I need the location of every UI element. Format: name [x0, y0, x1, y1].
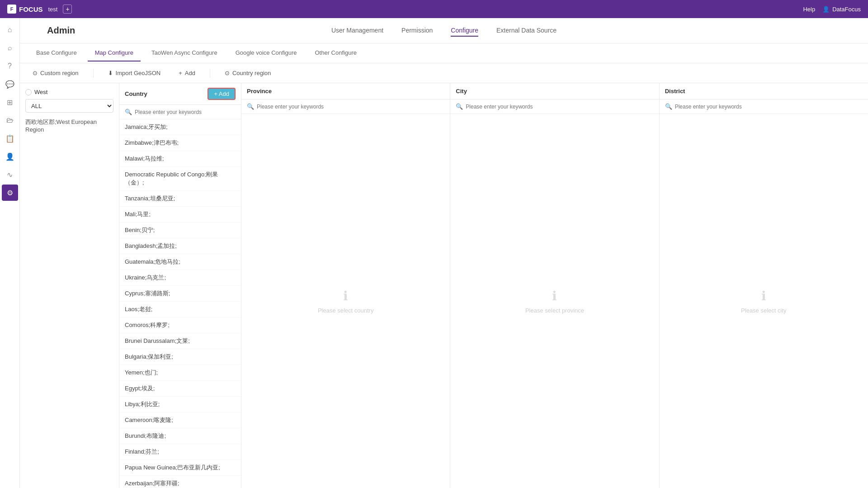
sidebar-settings-icon[interactable]: ⚙ [2, 185, 18, 201]
district-empty-text: Please select city [741, 307, 786, 314]
import-icon: ⬇ [108, 70, 113, 76]
city-empty-icon: ℹ [552, 289, 557, 303]
import-label: Import GeoJSON [116, 70, 161, 76]
nav-permission[interactable]: Permission [401, 25, 433, 37]
tab-google-voice[interactable]: Google voice Configure [228, 45, 304, 62]
list-item[interactable]: Brunei Darussalam;文莱; [119, 333, 241, 349]
sidebar-help-icon[interactable]: ? [2, 58, 18, 74]
sidebar-search-icon[interactable]: ⌕ [2, 40, 18, 56]
sidebar-chat-icon[interactable]: 💬 [2, 76, 18, 92]
custom-region-icon: ⊙ [33, 70, 38, 76]
list-item[interactable]: Yemen;也门; [119, 365, 241, 381]
user-label: DataFocus [832, 6, 861, 13]
list-item[interactable]: Tanzania;坦桑尼亚; [119, 191, 241, 207]
list-item[interactable]: Zimbabwe;津巴布韦; [119, 135, 241, 151]
country-panel-header: Country + Add [119, 83, 241, 105]
province-panel-header: Province [241, 83, 450, 99]
district-title: District [665, 88, 685, 95]
tab-base-configure[interactable]: Base Configure [29, 45, 84, 62]
list-item[interactable]: Cyprus;塞浦路斯; [119, 286, 241, 302]
user-menu[interactable]: 👤 DataFocus [822, 6, 861, 13]
district-search-input[interactable] [675, 104, 863, 110]
add-icon-header: + [179, 70, 182, 76]
country-region-icon: ⊙ [225, 70, 230, 76]
add-label-header: Add [185, 70, 195, 76]
west-radio-row: West [25, 89, 113, 95]
district-search-icon: 🔍 [665, 103, 672, 110]
sidebar-home-icon[interactable]: ⌂ [2, 22, 18, 38]
top-nav: F FOCUS test + Help 👤 DataFocus [0, 0, 868, 18]
district-panel: District 🔍 ℹ Please select city [660, 83, 868, 488]
list-item[interactable]: Jamaica;牙买加; [119, 119, 241, 135]
list-item[interactable]: Cameroon;喀麦隆; [119, 412, 241, 428]
list-item[interactable]: Laos;老挝; [119, 302, 241, 317]
nav-configure[interactable]: Configure [451, 25, 478, 37]
tab-taowen-async[interactable]: TaoWen Async Configure [144, 45, 225, 62]
province-search-input[interactable] [257, 104, 444, 110]
province-empty-text: Please select country [318, 307, 374, 314]
country-search-input[interactable] [135, 109, 236, 115]
region-select[interactable]: ALL [25, 99, 113, 113]
country-search-box: 🔍 [119, 105, 241, 119]
sub-tabs: Base Configure Map Configure TaoWen Asyn… [20, 43, 868, 63]
user-icon: 👤 [822, 6, 830, 13]
sidebar-user-icon[interactable]: 👤 [2, 148, 18, 165]
list-item[interactable]: Mali;马里; [119, 207, 241, 223]
help-link[interactable]: Help [803, 6, 815, 13]
city-empty-state: ℹ Please select province [450, 114, 659, 488]
sidebar-grid-icon[interactable]: ⊞ [2, 94, 18, 110]
country-search-icon: 🔍 [125, 109, 132, 115]
logo-label: FOCUS [19, 5, 43, 13]
sidebar-trend-icon[interactable]: ∿ [2, 166, 18, 183]
city-search-box: 🔍 [450, 99, 659, 114]
province-title: Province [247, 88, 272, 95]
sidebar: ⌂ ⌕ ? 💬 ⊞ 🗁 📋 👤 ∿ ⚙ [0, 18, 20, 488]
second-nav: Admin User Management Permission Configu… [20, 18, 868, 43]
city-title: City [456, 88, 467, 95]
add-country-button[interactable]: + Add [208, 88, 236, 100]
layout: ⌂ ⌕ ? 💬 ⊞ 🗁 📋 👤 ∿ ⚙ Admin User Managemen… [0, 18, 868, 488]
city-search-icon: 🔍 [456, 103, 463, 110]
tab-map-configure[interactable]: Map Configure [88, 45, 141, 62]
list-item[interactable]: Libya;利比亚; [119, 397, 241, 412]
list-item[interactable]: Bulgaria;保加利亚; [119, 349, 241, 365]
sidebar-table-icon[interactable]: 📋 [2, 130, 18, 147]
west-european-region-item[interactable]: 西欧地区郡;West European Region [25, 116, 113, 135]
list-item[interactable]: Bangladesh;孟加拉; [119, 238, 241, 254]
list-item[interactable]: Benin;贝宁; [119, 223, 241, 238]
nav-external-data-source[interactable]: External Data Source [496, 25, 557, 37]
add-btn-header[interactable]: + Add [175, 67, 199, 79]
list-item[interactable]: Finland;芬兰; [119, 444, 241, 460]
city-search-input[interactable] [466, 104, 653, 110]
city-panel-header: City [450, 83, 659, 99]
list-item[interactable]: Papua New Guinea;巴布亚新几内亚; [119, 460, 241, 476]
west-radio[interactable] [25, 89, 32, 95]
nav-user-management[interactable]: User Management [331, 25, 383, 37]
current-tab-label[interactable]: test [48, 6, 58, 13]
import-geojson-btn[interactable]: ⬇ Import GeoJSON [104, 67, 165, 79]
list-item[interactable]: Comoros;科摩罗; [119, 317, 241, 333]
sidebar-folder-icon[interactable]: 🗁 [2, 112, 18, 128]
list-item[interactable]: Ukraine;乌克兰; [119, 270, 241, 286]
list-item[interactable]: Azerbaijan;阿塞拜疆; [119, 476, 241, 488]
add-tab-button[interactable]: + [63, 5, 72, 14]
country-region-btn[interactable]: ⊙ Country region [221, 67, 274, 79]
list-item[interactable]: Malawi;马拉维; [119, 151, 241, 167]
list-item[interactable]: Democratic Republic of Congo;刚果（金）; [119, 167, 241, 191]
province-search-box: 🔍 [241, 99, 450, 114]
city-empty-text: Please select province [525, 307, 584, 314]
tab-other-configure[interactable]: Other Configure [308, 45, 364, 62]
country-panel: Country + Add 🔍 Jamaica;牙买加; Zimbabwe;津巴… [119, 83, 241, 488]
content-area: West ALL 西欧地区郡;West European Region Coun… [20, 83, 868, 488]
list-item[interactable]: Egypt;埃及; [119, 381, 241, 397]
custom-region-label: Custom region [40, 70, 79, 76]
province-search-icon: 🔍 [247, 103, 254, 110]
list-item[interactable]: Burundi;布隆迪; [119, 428, 241, 444]
top-nav-left: F FOCUS test + [7, 5, 72, 14]
city-panel: City 🔍 ℹ Please select province [450, 83, 659, 488]
custom-region-btn[interactable]: ⊙ Custom region [29, 67, 82, 79]
country-region-label: Country region [232, 70, 271, 76]
district-search-box: 🔍 [660, 99, 868, 114]
center-nav: User Management Permission Configure Ext… [331, 25, 557, 37]
list-item[interactable]: Guatemala;危地马拉; [119, 254, 241, 270]
